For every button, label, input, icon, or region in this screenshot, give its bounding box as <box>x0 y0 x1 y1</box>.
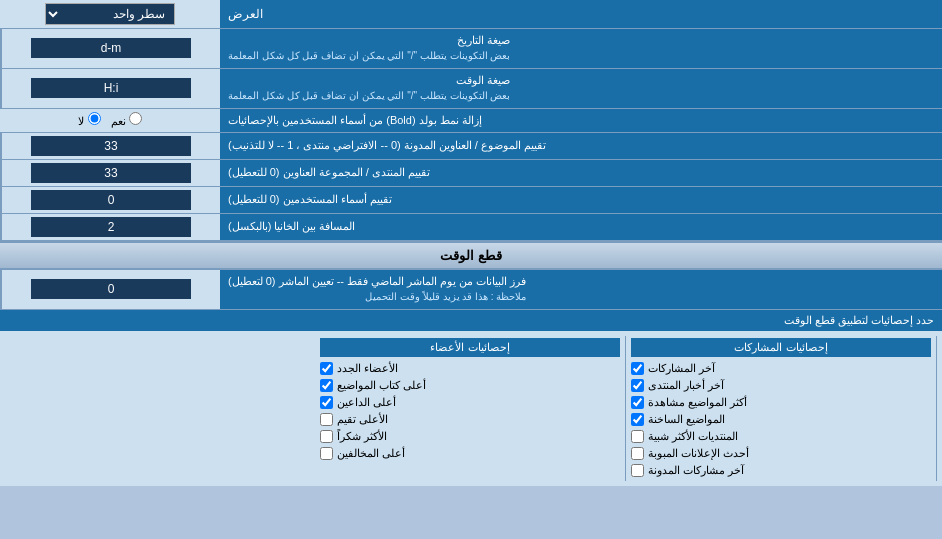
limit-label: حدد إحصائيات لتطبيق قطع الوقت <box>784 314 934 326</box>
cb-most-viewed: أكثر المواضيع مشاهدة <box>631 394 931 411</box>
cb-top-rated-input[interactable] <box>320 413 333 426</box>
stats-posts-col: إحصائيات المشاركات آخر المشاركات آخر أخب… <box>626 336 937 481</box>
realtime-filter-input-cell <box>0 270 220 309</box>
date-format-row: صيغة التاريخ بعض التكوينات يتطلب "/" الت… <box>0 29 942 69</box>
cb-top-inviters-input[interactable] <box>320 396 333 409</box>
time-format-input-cell <box>0 69 220 108</box>
cb-last-posts-label: آخر المشاركات <box>648 362 715 375</box>
cb-top-rated: الأعلى تقيم <box>320 411 620 428</box>
display-select-cell: سطر واحد سطرين ثلاثة أسطر <box>0 0 220 28</box>
topic-order-input[interactable] <box>31 136 191 156</box>
cb-classifieds: أحدث الإعلانات المبوبة <box>631 445 931 462</box>
cb-similar-forums-label: المنتديات الأكثر شبية <box>648 430 738 443</box>
cb-top-inviters: أعلى الداعين <box>320 394 620 411</box>
topic-order-row: تقييم الموضوع / العناوين المدونة (0 -- ا… <box>0 133 942 160</box>
topic-order-label: تقييم الموضوع / العناوين المدونة (0 -- ا… <box>220 133 942 159</box>
users-order-label: تقييم أسماء المستخدمين (0 للتعطيل) <box>220 187 942 213</box>
users-order-input-cell <box>0 187 220 213</box>
time-format-sublabel: بعض التكوينات يتطلب "/" التي يمكن ان تضا… <box>228 90 510 101</box>
realtime-filter-title: فرز البيانات من يوم الماشر الماضي فقط --… <box>228 275 526 287</box>
time-format-label: صيغة الوقت بعض التكوينات يتطلب "/" التي … <box>220 69 942 108</box>
cb-last-posts: آخر المشاركات <box>631 360 931 377</box>
cb-last-news-label: آخر أخبار المنتدى <box>648 379 724 392</box>
display-label: العرض <box>220 0 942 28</box>
cb-classifieds-input[interactable] <box>631 447 644 460</box>
cb-most-thanked-input[interactable] <box>320 430 333 443</box>
cb-top-inviters-label: أعلى الداعين <box>337 396 396 409</box>
bold-no-label[interactable]: لا <box>78 112 100 128</box>
gap-input[interactable] <box>31 217 191 237</box>
checkboxes-container: إحصائيات المشاركات آخر المشاركات آخر أخب… <box>0 331 942 486</box>
cb-top-violators: أعلى المخالفين <box>320 445 620 462</box>
cb-hot-topics-label: المواضيع الساخنة <box>648 413 725 426</box>
limit-label-row: حدد إحصائيات لتطبيق قطع الوقت <box>0 310 942 331</box>
realtime-filter-input[interactable] <box>31 279 191 299</box>
main-container: العرض سطر واحد سطرين ثلاثة أسطر صيغة الت… <box>0 0 942 486</box>
bold-yes-label[interactable]: نعم <box>111 112 142 128</box>
date-format-label: صيغة التاريخ بعض التكوينات يتطلب "/" الت… <box>220 29 942 68</box>
realtime-section-header: قطع الوقت <box>0 241 942 270</box>
topic-order-input-cell <box>0 133 220 159</box>
date-format-input-cell <box>0 29 220 68</box>
stats-posts-header: إحصائيات المشاركات <box>631 338 931 357</box>
forum-order-input[interactable] <box>31 163 191 183</box>
stats-members-header: إحصائيات الأعضاء <box>320 338 620 357</box>
gap-row: المسافة بين الخانيا (بالبكسل) <box>0 214 942 241</box>
cb-similar-forums-input[interactable] <box>631 430 644 443</box>
display-row: العرض سطر واحد سطرين ثلاثة أسطر <box>0 0 942 29</box>
forum-order-row: تقييم المنتدى / المجموعة العناوين (0 للت… <box>0 160 942 187</box>
forum-order-label: تقييم المنتدى / المجموعة العناوين (0 للت… <box>220 160 942 186</box>
cb-last-news: آخر أخبار المنتدى <box>631 377 931 394</box>
users-order-input[interactable] <box>31 190 191 210</box>
cb-last-posts-input[interactable] <box>631 362 644 375</box>
gap-input-cell <box>0 214 220 240</box>
time-format-title: صيغة الوقت <box>456 74 510 86</box>
date-format-title: صيغة التاريخ <box>457 34 510 46</box>
date-format-sublabel: بعض التكوينات يتطلب "/" التي يمكن ان تضا… <box>228 50 510 61</box>
checkboxes-grid: إحصائيات المشاركات آخر المشاركات آخر أخب… <box>5 336 937 481</box>
display-select[interactable]: سطر واحد سطرين ثلاثة أسطر <box>45 3 175 25</box>
date-format-input[interactable] <box>31 38 191 58</box>
cb-blog-posts-input[interactable] <box>631 464 644 477</box>
realtime-filter-note: ملاحظة : هذا قد يزيد قليلاً وقت التحميل <box>365 291 526 302</box>
time-format-input[interactable] <box>31 78 191 98</box>
stats-empty-col <box>5 336 315 481</box>
cb-top-rated-label: الأعلى تقيم <box>337 413 388 426</box>
cb-top-writers-input[interactable] <box>320 379 333 392</box>
cb-most-thanked-label: الأكثر شكراً <box>337 430 387 443</box>
cb-top-violators-input[interactable] <box>320 447 333 460</box>
cb-hot-topics: المواضيع الساخنة <box>631 411 931 428</box>
cb-blog-posts-label: آخر مشاركات المدونة <box>648 464 744 477</box>
cb-most-viewed-label: أكثر المواضيع مشاهدة <box>648 396 747 409</box>
bold-remove-radio-cell: نعم لا <box>0 109 220 132</box>
bold-remove-label: إزالة نمط بولد (Bold) من أسماء المستخدمي… <box>220 109 942 132</box>
users-order-row: تقييم أسماء المستخدمين (0 للتعطيل) <box>0 187 942 214</box>
cb-top-violators-label: أعلى المخالفين <box>337 447 405 460</box>
cb-most-viewed-input[interactable] <box>631 396 644 409</box>
bold-remove-row: إزالة نمط بولد (Bold) من أسماء المستخدمي… <box>0 109 942 133</box>
cb-new-members: الأعضاء الجدد <box>320 360 620 377</box>
cb-top-writers-label: أعلى كتاب المواضيع <box>337 379 426 392</box>
cb-hot-topics-input[interactable] <box>631 413 644 426</box>
stats-members-col: إحصائيات الأعضاء الأعضاء الجدد أعلى كتاب… <box>315 336 626 481</box>
gap-label: المسافة بين الخانيا (بالبكسل) <box>220 214 942 240</box>
time-format-row: صيغة الوقت بعض التكوينات يتطلب "/" التي … <box>0 69 942 109</box>
cb-most-thanked: الأكثر شكراً <box>320 428 620 445</box>
cb-new-members-input[interactable] <box>320 362 333 375</box>
cb-top-writers: أعلى كتاب المواضيع <box>320 377 620 394</box>
cb-blog-posts: آخر مشاركات المدونة <box>631 462 931 479</box>
cb-similar-forums: المنتديات الأكثر شبية <box>631 428 931 445</box>
cb-new-members-label: الأعضاء الجدد <box>337 362 398 375</box>
cb-classifieds-label: أحدث الإعلانات المبوبة <box>648 447 749 460</box>
bold-yes-radio[interactable] <box>129 112 142 125</box>
bold-no-radio[interactable] <box>88 112 101 125</box>
forum-order-input-cell <box>0 160 220 186</box>
realtime-filter-label: فرز البيانات من يوم الماشر الماضي فقط --… <box>220 270 942 309</box>
realtime-filter-row: فرز البيانات من يوم الماشر الماضي فقط --… <box>0 270 942 310</box>
cb-last-news-input[interactable] <box>631 379 644 392</box>
